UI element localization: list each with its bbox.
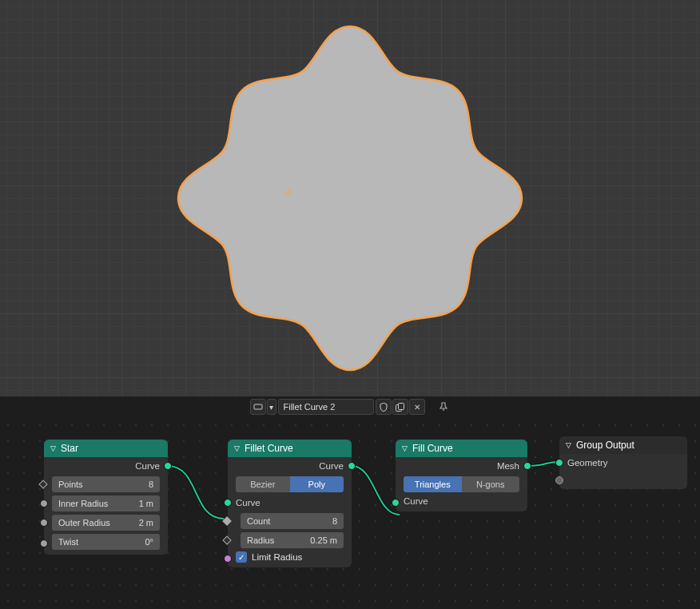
prop-limit-radius[interactable]: ✓ Limit Radius: [228, 550, 352, 567]
node-star[interactable]: ▽ Star Curve Points8 Inner Radius1 m Out…: [44, 440, 168, 555]
node-title: Fill Curve: [412, 443, 453, 454]
input-socket-geometry[interactable]: Geometry: [559, 454, 687, 472]
prop-points[interactable]: Points8: [44, 475, 168, 494]
gear-shape: [162, 10, 538, 386]
output-socket-curve[interactable]: Curve: [44, 457, 168, 475]
node-group-selector[interactable]: Fillet Curve 2: [278, 399, 374, 415]
node-group-output[interactable]: ▽ Group Output Geometry: [559, 436, 687, 489]
mode-bezier[interactable]: Bezier: [236, 476, 290, 492]
node-header[interactable]: ▽ Group Output: [559, 436, 687, 454]
node-editor[interactable]: ▽ Star Curve Points8 Inner Radius1 m Out…: [0, 417, 700, 609]
dropdown-arrow-icon[interactable]: ▾: [267, 399, 276, 415]
node-header[interactable]: ▽ Fill Curve: [396, 440, 527, 457]
node-fillet-curve[interactable]: ▽ Fillet Curve Curve Bezier Poly Curve C…: [228, 440, 352, 567]
editor-type-icon[interactable]: [250, 399, 266, 415]
shield-icon[interactable]: [376, 399, 392, 415]
input-socket-curve[interactable]: Curve: [228, 494, 352, 511]
output-socket-curve[interactable]: Curve: [228, 457, 352, 475]
output-socket-mesh[interactable]: Mesh: [396, 457, 527, 475]
node-title: Fillet Curve: [245, 443, 293, 454]
prop-count[interactable]: Count8: [228, 511, 352, 531]
node-title: Star: [61, 443, 78, 454]
node-header[interactable]: ▽ Fillet Curve: [228, 440, 352, 457]
node-header[interactable]: ▽ Star: [44, 440, 168, 457]
prop-radius[interactable]: Radius0.25 m: [228, 531, 352, 550]
duplicate-icon[interactable]: [392, 399, 408, 415]
prop-twist[interactable]: Twist0°: [44, 532, 168, 555]
close-icon[interactable]: ✕: [409, 399, 425, 415]
chevron-down-icon: ▽: [50, 444, 56, 452]
svg-rect-0: [254, 404, 262, 409]
prop-inner-radius[interactable]: Inner Radius1 m: [44, 494, 168, 513]
chevron-down-icon: ▽: [402, 444, 408, 452]
mode-triangles[interactable]: Triangles: [404, 476, 462, 492]
input-socket-empty[interactable]: [559, 472, 687, 489]
checkbox-checked-icon[interactable]: ✓: [236, 551, 247, 563]
svg-rect-2: [399, 403, 404, 409]
input-socket-curve[interactable]: Curve: [396, 494, 527, 511]
mode-toggle[interactable]: Triangles N-gons: [396, 475, 527, 494]
node-editor-header: ▾ Fillet Curve 2 ✕: [0, 396, 700, 417]
pin-icon[interactable]: [436, 400, 451, 414]
viewport-3d[interactable]: [0, 0, 700, 396]
chevron-down-icon: ▽: [566, 441, 571, 449]
prop-outer-radius[interactable]: Outer Radius2 m: [44, 513, 168, 532]
mode-toggle[interactable]: Bezier Poly: [228, 475, 352, 494]
chevron-down-icon: ▽: [234, 444, 240, 452]
object-origin-icon: [286, 190, 291, 195]
mode-poly[interactable]: Poly: [290, 476, 344, 492]
node-fill-curve[interactable]: ▽ Fill Curve Mesh Triangles N-gons Curve: [396, 440, 527, 511]
mode-ngons[interactable]: N-gons: [462, 476, 520, 492]
node-title: Group Output: [576, 440, 634, 451]
